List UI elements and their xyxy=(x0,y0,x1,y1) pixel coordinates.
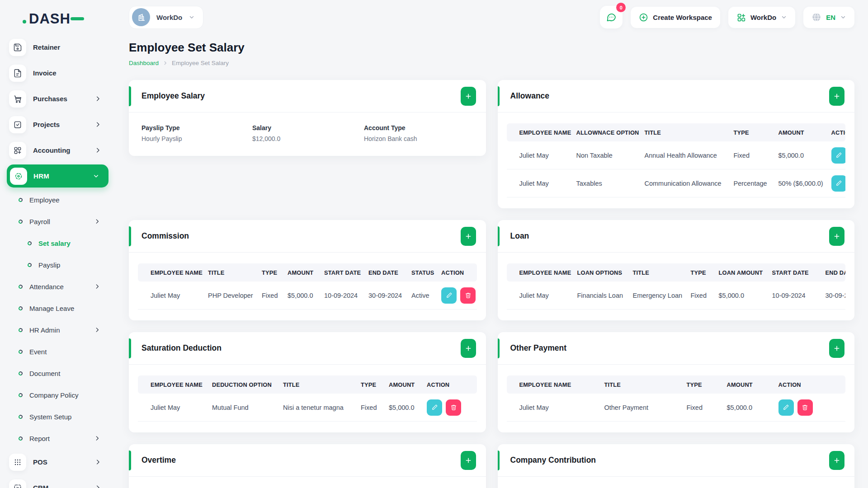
sidebar-item-crm[interactable]: CRM xyxy=(0,475,117,488)
row-actions xyxy=(414,399,477,416)
add-other-payment-button[interactable] xyxy=(829,339,844,358)
table-cell: Active xyxy=(399,292,429,299)
table-header-row: EMPLOYEE NAMELOAN OPTIONSTITLETYPELOAN A… xyxy=(507,263,846,282)
row-actions xyxy=(429,287,477,304)
sidebar-item-payslip[interactable]: Payslip xyxy=(0,254,117,276)
delete-button[interactable] xyxy=(797,399,813,416)
chevron-right-icon xyxy=(94,435,100,441)
card-header: Overtime xyxy=(129,444,486,477)
sidebar-item-event[interactable]: Event xyxy=(0,341,117,362)
bullet-icon xyxy=(18,393,23,398)
sidebar-item-invoice[interactable]: Invoice xyxy=(0,60,117,86)
create-workspace-label: Create Workspace xyxy=(653,14,712,21)
field-payslip-type: Payslip Type Hourly Payslip xyxy=(142,124,252,142)
sidebar-item-payroll[interactable]: Payroll xyxy=(0,211,117,232)
card-title: Saturation Deduction xyxy=(142,343,222,353)
field-label: Payslip Type xyxy=(142,124,252,131)
sidebar-item-employee[interactable]: Employee xyxy=(0,189,117,211)
language-code: EN xyxy=(826,14,835,21)
edit-icon xyxy=(783,404,789,411)
chevron-right-icon xyxy=(94,147,101,154)
field-value: Hourly Payslip xyxy=(142,135,252,142)
bullet-icon xyxy=(18,219,23,224)
chevron-right-icon xyxy=(94,327,100,333)
bullet-icon xyxy=(18,371,23,376)
table-header-row: EMPLOYEE NAMEALLOWNACE OPTIONTITLETYPEAM… xyxy=(507,123,846,141)
add-saturation-deduction-button[interactable] xyxy=(461,339,476,358)
delete-button[interactable] xyxy=(460,287,476,304)
sidebar-item-report[interactable]: Report xyxy=(0,427,117,449)
chevron-right-icon xyxy=(94,95,101,102)
sidebar-item-manage-leave[interactable]: Manage Leave xyxy=(0,297,117,319)
sidebar-item-purchases[interactable]: Purchases xyxy=(0,86,117,112)
edit-button[interactable] xyxy=(831,147,846,164)
table-cell: Fixed xyxy=(249,292,275,299)
language-selector[interactable]: EN xyxy=(803,7,854,28)
create-workspace-button[interactable]: Create Workspace xyxy=(631,7,720,28)
table-cell: Juliet May xyxy=(507,152,564,159)
add-loan-button[interactable] xyxy=(829,227,844,246)
sidebar-item-retainer[interactable]: Retainer xyxy=(0,34,117,60)
sidebar-item-label: Employee xyxy=(29,196,60,204)
column-header: DEDUCTION OPTION xyxy=(199,381,270,388)
chevron-right-icon xyxy=(94,484,101,488)
plus-icon xyxy=(465,457,472,464)
overtime-card: Overtime xyxy=(129,444,486,488)
add-commission-button[interactable] xyxy=(461,227,476,246)
table-row: Juliet MayOther PaymentFixed$5,000.0 xyxy=(507,394,846,422)
add-allowance-button[interactable] xyxy=(829,87,844,106)
field-value: Horizon Bank cash xyxy=(364,135,417,142)
edit-button[interactable] xyxy=(778,399,794,416)
sidebar-item-set-salary[interactable]: Set salary xyxy=(0,232,117,254)
edit-button[interactable] xyxy=(441,287,457,304)
sidebar-item-hr-admin[interactable]: HR Admin xyxy=(0,319,117,341)
chevron-down-icon xyxy=(781,14,787,20)
other-payment-table: EMPLOYEE NAMETITLETYPEAMOUNTACTIONJuliet… xyxy=(507,375,846,422)
table-row: Juliet MayPHP DeveloperFixed$5,000.010-0… xyxy=(138,282,477,310)
sidebar-item-label: Event xyxy=(29,348,47,356)
sidebar-item-pos[interactable]: POS xyxy=(0,449,117,475)
table-cell: Annual Health Allowance xyxy=(632,152,721,159)
column-header: END DATE xyxy=(356,269,399,276)
sidebar-item-label: HRM xyxy=(33,172,49,180)
messages-button[interactable]: 0 xyxy=(600,6,623,28)
add-company-contribution-button[interactable] xyxy=(829,451,844,470)
sidebar-item-accounting[interactable]: Accounting xyxy=(0,137,117,163)
field-label: Salary xyxy=(252,124,364,131)
allowance-card: Allowance EMPLOYEE NAMEALLOWNACE OPTIONT… xyxy=(498,80,855,208)
chevron-down-icon xyxy=(93,173,99,179)
sidebar-item-label: Invoice xyxy=(33,69,57,77)
add-overtime-button[interactable] xyxy=(461,451,476,470)
edit-button[interactable] xyxy=(427,399,442,416)
column-header: ACTION xyxy=(766,381,846,388)
breadcrumb-dashboard-link[interactable]: Dashboard xyxy=(129,60,159,66)
chevron-right-icon xyxy=(94,218,100,225)
workspace-selector[interactable]: WorkDo xyxy=(129,6,203,29)
chevron-down-icon xyxy=(840,14,846,20)
loan-card: Loan EMPLOYEE NAMELOAN OPTIONSTITLETYPEL… xyxy=(498,220,855,320)
table-header-row: EMPLOYEE NAMETITLETYPEAMOUNTSTART DATEEN… xyxy=(138,263,477,282)
loan-table: EMPLOYEE NAMELOAN OPTIONSTITLETYPELOAN A… xyxy=(507,263,846,310)
pos-icon xyxy=(9,454,26,471)
sidebar-item-system-setup[interactable]: System Setup xyxy=(0,406,117,427)
app-logo[interactable]: DASH xyxy=(29,11,71,27)
sidebar-item-document[interactable]: Document xyxy=(0,362,117,384)
table-cell: 10-09-2024 xyxy=(311,292,356,299)
edit-icon xyxy=(446,292,453,299)
table-cell: 10-09-2024 xyxy=(760,292,813,299)
globe-icon xyxy=(811,12,821,22)
card-title: Allowance xyxy=(510,91,550,101)
edit-button[interactable] xyxy=(831,175,846,192)
sidebar-item-company-policy[interactable]: Company Policy xyxy=(0,384,117,406)
sidebar-item-attendance[interactable]: Attendance xyxy=(0,276,117,297)
delete-button[interactable] xyxy=(446,399,461,416)
sidebar-item-hrm[interactable]: HRM xyxy=(7,164,108,188)
plus-icon xyxy=(833,457,840,464)
workdo-menu-button[interactable]: WorkDo xyxy=(728,7,795,28)
sidebar-item-label: Projects xyxy=(33,121,60,128)
card-title: Employee Salary xyxy=(142,91,205,101)
chevron-down-icon xyxy=(189,14,195,20)
table-cell: Juliet May xyxy=(507,292,565,299)
sidebar-item-projects[interactable]: Projects xyxy=(0,112,117,137)
add-employee-salary-button[interactable] xyxy=(461,87,476,106)
